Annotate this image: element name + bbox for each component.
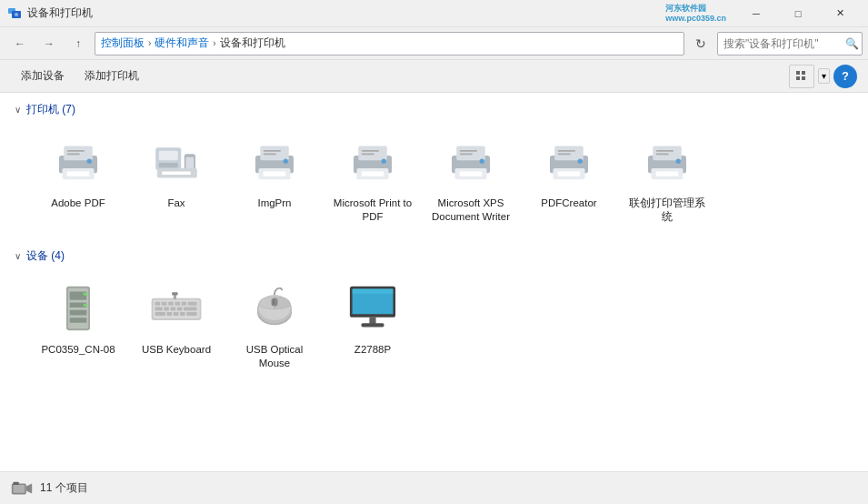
adobe-pdf-label: Adobe PDF: [51, 197, 105, 210]
svg-rect-16: [159, 163, 178, 167]
svg-rect-61: [70, 318, 87, 323]
svg-rect-76: [184, 307, 197, 310]
svg-rect-73: [164, 307, 169, 310]
svg-rect-45: [558, 172, 581, 176]
svg-point-32: [382, 159, 386, 164]
title-bar: 设备和打印机 河东软件园www.pc0359.cn ─ □ ✕: [0, 0, 868, 27]
svg-marker-96: [26, 483, 32, 493]
svg-rect-97: [13, 481, 18, 484]
device-item-fax[interactable]: Fax: [131, 126, 222, 230]
up-button[interactable]: ↑: [65, 33, 91, 55]
minimize-button[interactable]: ─: [735, 0, 777, 27]
svg-point-46: [578, 159, 583, 164]
svg-rect-5: [796, 76, 800, 80]
address-bar: ← → ↑ 控制面板 › 硬件和声音 › 设备和打印机 ↻ 🔍: [0, 27, 868, 60]
svg-rect-79: [174, 312, 179, 316]
svg-rect-75: [177, 307, 183, 310]
main-content: ∨ 打印机 (7) Adobe PDF: [0, 93, 868, 471]
device-item-usb-keyboard[interactable]: USB Keyboard: [131, 273, 222, 377]
breadcrumb-item-2[interactable]: 硬件和声音: [155, 35, 209, 51]
window-controls: ─ □ ✕: [735, 0, 861, 27]
svg-rect-34: [362, 153, 374, 155]
usb-mouse-icon: [245, 279, 304, 338]
devices-grid: PC0359_CN-08: [15, 273, 853, 377]
svg-rect-66: [155, 302, 161, 306]
device-item-lianchuang[interactable]: 联创打印管理系统: [622, 126, 713, 230]
forward-button[interactable]: →: [36, 33, 62, 55]
usb-keyboard-icon: [147, 279, 205, 338]
svg-rect-13: [67, 153, 80, 155]
breadcrumb-item-3[interactable]: 设备和打印机: [220, 35, 285, 51]
device-item-ms-xps[interactable]: Microsoft XPS Document Writer: [425, 126, 516, 230]
ms-xps-label: Microsoft XPS Document Writer: [430, 197, 512, 224]
svg-rect-6: [802, 76, 805, 80]
svg-rect-68: [168, 302, 174, 306]
svg-rect-80: [180, 312, 185, 316]
imgprn-icon: [245, 133, 304, 191]
status-camera-icon: [11, 478, 33, 499]
close-button[interactable]: ✕: [819, 0, 861, 27]
status-count: 11 个项目: [40, 480, 88, 496]
view-button[interactable]: [789, 65, 814, 88]
breadcrumb[interactable]: 控制面板 › 硬件和声音 › 设备和打印机: [95, 32, 684, 55]
svg-rect-93: [361, 323, 384, 327]
device-item-imgprn[interactable]: ImgPrn: [229, 126, 320, 230]
svg-rect-72: [155, 307, 163, 310]
search-input[interactable]: [717, 32, 863, 55]
device-item-adobe-pdf[interactable]: Adobe PDF: [33, 126, 124, 230]
pc0359-label: PC0359_CN-08: [41, 343, 115, 357]
fax-label: Fax: [167, 197, 185, 210]
svg-rect-69: [175, 302, 180, 306]
svg-rect-31: [362, 172, 384, 176]
add-device-button[interactable]: 添加设备: [11, 64, 75, 89]
svg-rect-95: [13, 485, 25, 493]
refresh-button[interactable]: ↻: [688, 33, 713, 55]
device-item-ms-print-pdf[interactable]: Microsoft Print to PDF: [327, 126, 418, 230]
svg-rect-3: [796, 71, 800, 75]
printers-toggle[interactable]: ∨: [15, 105, 21, 115]
svg-rect-78: [167, 312, 173, 316]
svg-rect-91: [353, 288, 394, 293]
printers-grid: Adobe PDF Fax: [15, 126, 853, 230]
help-button[interactable]: ?: [833, 65, 857, 88]
svg-rect-4: [802, 71, 805, 75]
search-icon: 🔍: [843, 32, 861, 55]
svg-rect-83: [172, 292, 177, 295]
svg-rect-81: [186, 312, 196, 316]
toolbar-right: ▾ ?: [789, 65, 857, 88]
toolbar: 添加设备 添加打印机 ▾ ?: [0, 60, 868, 93]
view-icon: [795, 70, 808, 83]
ms-xps-icon: [442, 133, 500, 191]
svg-point-53: [676, 159, 681, 164]
device-item-usb-mouse[interactable]: USB Optical Mouse: [229, 273, 320, 377]
breadcrumb-item-1[interactable]: 控制面板: [101, 35, 145, 51]
svg-rect-52: [656, 172, 679, 176]
printers-section-title: 打印机 (7): [26, 102, 75, 117]
back-button[interactable]: ←: [7, 33, 33, 55]
svg-rect-77: [155, 312, 165, 316]
svg-rect-20: [162, 172, 191, 176]
breadcrumb-sep-2: ›: [213, 38, 215, 48]
add-printer-button[interactable]: 添加打印机: [75, 64, 149, 89]
svg-rect-26: [264, 150, 281, 152]
window-title: 设备和打印机: [27, 5, 665, 21]
svg-point-39: [480, 159, 484, 164]
svg-rect-33: [362, 150, 379, 152]
fax-icon: [147, 133, 205, 191]
lianchuang-label: 联创打印管理系统: [626, 197, 708, 224]
svg-rect-71: [188, 302, 197, 306]
svg-point-11: [87, 159, 92, 164]
maximize-button[interactable]: □: [777, 0, 819, 27]
devices-toggle[interactable]: ∨: [15, 251, 21, 261]
app-icon: [7, 6, 22, 21]
svg-rect-24: [264, 172, 286, 176]
svg-rect-55: [656, 153, 669, 155]
svg-rect-67: [162, 302, 167, 306]
device-item-pdfcreator[interactable]: PDFCreator: [524, 126, 614, 230]
watermark: 河东软件园www.pc0359.cn: [665, 4, 726, 24]
device-item-pc0359[interactable]: PC0359_CN-08: [33, 273, 124, 377]
ms-print-pdf-label: Microsoft Print to PDF: [332, 197, 414, 224]
view-dropdown-arrow[interactable]: ▾: [818, 68, 830, 84]
device-item-z2788p[interactable]: Z2788P: [327, 273, 418, 377]
svg-rect-87: [272, 298, 278, 307]
